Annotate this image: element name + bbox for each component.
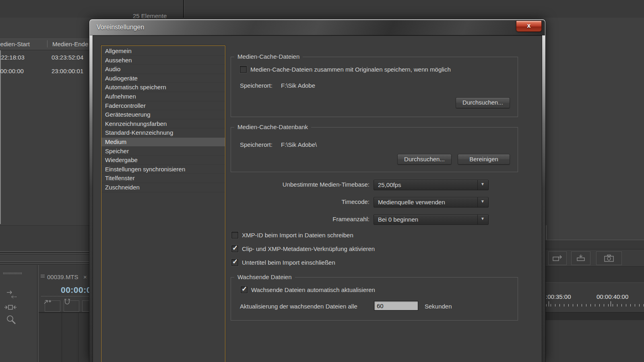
slide-tool-icon[interactable]: [4, 304, 17, 311]
check-icon: ✓: [232, 257, 238, 266]
clip-xmp-link-checkbox[interactable]: ✓: [231, 245, 238, 252]
ruler-major-tick: [611, 301, 611, 306]
elements-count: 25 Elemente: [133, 12, 167, 19]
extract-button[interactable]: [571, 251, 590, 265]
export-frame-button[interactable]: [596, 251, 622, 265]
db-location-path: F:\Sik Adobe\: [281, 141, 317, 148]
sidebar-item-fadercontroller[interactable]: Fadercontroller: [101, 101, 225, 111]
chevron-down-icon: ▼: [481, 199, 485, 204]
growing-files-checkbox[interactable]: ✓: [241, 286, 248, 293]
ruler-major-tick: [549, 301, 549, 306]
framecount-select[interactable]: Bei 0 beginnen ▼: [374, 214, 489, 225]
track-area: [39, 312, 90, 362]
panel-splitter[interactable]: [0, 251, 89, 254]
tab-close-icon[interactable]: ×: [83, 274, 87, 280]
sidebar-item-allgemein[interactable]: Allgemein: [101, 47, 225, 56]
panel-splitter[interactable]: [0, 262, 89, 265]
project-panel-top: [0, 0, 644, 18]
close-button[interactable]: x: [516, 21, 542, 32]
chevron-down-icon: ▼: [481, 216, 485, 221]
lift-button[interactable]: [548, 251, 567, 265]
group-legend: Wachsende Dateien: [234, 274, 295, 280]
sidebar-item-zuschneiden[interactable]: Zuschneiden: [101, 183, 225, 192]
tab-00039-mts[interactable]: 00039.MTS: [47, 274, 78, 280]
clean-db-button[interactable]: Bereinigen: [458, 154, 510, 165]
sidebar-item-aufnehmen[interactable]: Aufnehmen: [101, 92, 225, 101]
column-header-media-end[interactable]: Medien-Ende: [52, 41, 88, 47]
list-header-row: Medien-Start Medien-Ende: [0, 39, 89, 50]
track-select-tool-icon[interactable]: [6, 290, 18, 300]
sidebar-item-audio[interactable]: Audio: [101, 65, 225, 74]
refresh-seconds-input[interactable]: [374, 301, 418, 311]
panel-edge: [0, 39, 1, 224]
source-timecode[interactable]: 00:00:0: [61, 285, 91, 295]
ruler-ticks: [546, 304, 644, 306]
track-divider: [62, 313, 62, 362]
refresh-interval-label: Aktualisierung der wachsenden Dateien al…: [240, 303, 357, 310]
panel-band: [545, 267, 644, 283]
growing-files-group: Wachsende Dateien ✓ Wachsende Dateien au…: [231, 277, 518, 321]
growing-files-label: Wachsende Dateien automatisch aktualisie…: [251, 286, 375, 293]
timecode-underline: [41, 296, 90, 296]
sidebar-item-automatisch-speichern[interactable]: Automatisch speichern: [101, 83, 225, 92]
browse-cache-button[interactable]: Durchsuchen...: [456, 97, 510, 108]
preferences-dialog: Voreinstellungen x Allgemein Aussehen Au…: [89, 19, 545, 362]
xmp-id-label: XMP-ID beim Import in Dateien schreiben: [242, 232, 353, 239]
zoom-tool-icon[interactable]: [6, 314, 17, 325]
timecode-select[interactable]: Medienquelle verwenden ▼: [374, 197, 489, 208]
source-monitor-panel: 00039.MTS × 00:00:0: [38, 265, 90, 362]
sidebar-item-speicher[interactable]: Speicher: [101, 147, 225, 156]
category-list: Allgemein Aussehen Audio Audiogeräte Aut…: [101, 45, 225, 362]
snap-button[interactable]: [64, 300, 79, 312]
clip-xmp-link-label: Clip- und XMP-Metadaten-Verknüpfung akti…: [242, 245, 375, 252]
panel-band: [545, 240, 644, 249]
timecode-cell: 3:22:18:03: [0, 54, 25, 61]
dialog-titlebar[interactable]: Voreinstellungen x: [90, 20, 545, 35]
chevron-down-icon: ▼: [481, 182, 485, 186]
cache-with-originals-checkbox[interactable]: [240, 66, 247, 73]
subtitle-import-checkbox[interactable]: ✓: [231, 259, 238, 266]
timecode-cell: 03:23:52:04: [52, 54, 83, 61]
location-label: Speicherort:: [240, 82, 272, 89]
sidebar-item-einstellungen-synchronisieren[interactable]: Einstellungen synchronisieren: [101, 165, 225, 174]
insert-button[interactable]: [45, 300, 60, 312]
drag-handle-icon[interactable]: [3, 272, 23, 274]
dialog-title: Voreinstellungen: [97, 24, 144, 31]
ruler-time: :00:35:00: [546, 293, 571, 300]
check-icon: ✓: [242, 285, 247, 293]
check-icon: ✓: [232, 244, 238, 252]
toolbar-button-partial[interactable]: [82, 300, 90, 312]
close-icon: x: [527, 22, 531, 29]
timebase-select[interactable]: 25,00fps ▼: [374, 180, 489, 190]
xmp-id-checkbox[interactable]: [231, 232, 238, 239]
browse-db-button[interactable]: Durchsuchen...: [397, 154, 452, 165]
sidebar-item-geraetesteuerung[interactable]: Gerätesteuerung: [101, 110, 225, 119]
sidebar-item-aussehen[interactable]: Aussehen: [101, 56, 225, 65]
dropdown-arrow-box: ▼: [477, 215, 488, 224]
timecode-label: Timecode:: [214, 197, 369, 207]
dropdown-arrow-box: ▼: [477, 197, 488, 207]
timeline-ruler[interactable]: :00:35:00 00:00:40:00: [545, 283, 644, 312]
group-legend: Medien-Cache-Dateien: [234, 53, 303, 60]
framecount-label: Frameanzahl:: [214, 214, 369, 224]
group-legend: Medien-Cache-Datenbank: [234, 123, 311, 130]
sidebar-item-medium[interactable]: Medium: [101, 138, 225, 147]
checkbox-label: Medien-Cache-Dateien zusammen mit Origin…: [250, 66, 451, 73]
subtitle-import-label: Untertitel beim Import einschließen: [242, 259, 335, 266]
column-header-media-start[interactable]: Medien-Start: [0, 41, 30, 47]
location-label: Speicherort:: [240, 141, 272, 148]
timecode-cell: 23:00:00:01: [52, 68, 83, 74]
sidebar-item-standard-kennzeichnung[interactable]: Standard-Kennzeichnung: [101, 128, 225, 138]
sidebar-item-wiedergabe[interactable]: Wiedergabe: [101, 156, 225, 165]
panel-menu-icon[interactable]: [41, 275, 45, 278]
premiere-workspace: 25 Elemente Medien-Start Medien-Ende 3:2…: [0, 0, 644, 362]
program-monitor-buttons: [545, 249, 644, 267]
sidebar-item-titelfenster[interactable]: Titelfenster: [101, 174, 225, 183]
sidebar-item-kennzeichnungsfarben[interactable]: Kennzeichnungsfarben: [101, 119, 225, 129]
sidebar-item-audiogeraete[interactable]: Audiogeräte: [101, 74, 225, 83]
ruler-time: 00:00:40:00: [597, 293, 628, 300]
column-separator[interactable]: [47, 40, 47, 47]
panel-band: [545, 312, 644, 321]
dropdown-arrow-box: ▼: [477, 180, 488, 190]
media-cache-db-group: Medien-Cache-Datenbank Speicherort: F:\S…: [231, 127, 518, 172]
